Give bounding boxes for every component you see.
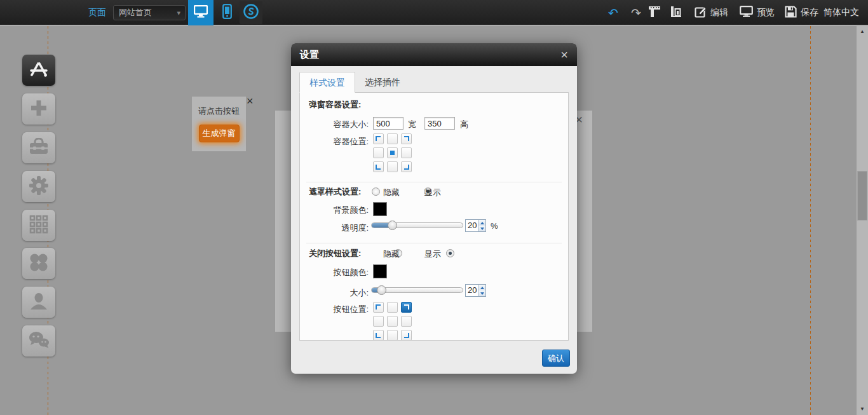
close-section-heading: 关闭按钮设置:	[309, 248, 361, 259]
mobile-view-button[interactable]	[217, 0, 237, 25]
pos-mid-left[interactable]	[373, 316, 384, 327]
sidebar-item-app-grid[interactable]	[22, 210, 55, 241]
mask-section-heading: 遮罩样式设置:	[309, 186, 361, 198]
confirm-button[interactable]: 确认	[542, 350, 570, 367]
modal-close-icon[interactable]: ×	[560, 48, 568, 61]
save-label: 保存	[801, 7, 818, 18]
page-dropdown-value: 网站首页	[119, 8, 152, 17]
page-dropdown[interactable]: 网站首页 ▾	[113, 5, 186, 20]
closebtn-color-swatch[interactable]	[373, 264, 387, 278]
hint-text: 请点击按钮	[192, 105, 246, 117]
stats-button[interactable]	[668, 6, 684, 20]
opacity-value[interactable]: 20	[466, 220, 478, 231]
pos-top-left[interactable]	[373, 302, 384, 313]
wechat-icon	[28, 331, 50, 351]
mask-hide-radio[interactable]	[372, 187, 380, 196]
spinner-down-icon[interactable]	[478, 290, 485, 296]
container-position-label: 容器位置:	[300, 136, 369, 147]
spinner-down-icon[interactable]	[478, 226, 485, 231]
container-width-input[interactable]	[373, 117, 403, 130]
pos-bottom-center[interactable]	[387, 161, 398, 172]
generate-popup-button[interactable]: 生成弹窗	[199, 125, 240, 142]
closebtn-size-slider[interactable]	[371, 287, 463, 293]
pos-center-selected[interactable]	[387, 147, 398, 158]
pos-center[interactable]	[387, 316, 398, 327]
closebtn-show-radio[interactable]	[446, 249, 454, 257]
redo-button[interactable]: ↷	[628, 6, 644, 20]
plus-icon	[30, 99, 48, 119]
container-position-grid	[373, 133, 412, 172]
sidebar-item-toolbox[interactable]	[22, 132, 55, 163]
hint-close-icon[interactable]: ×	[247, 95, 254, 107]
preview-button[interactable]: 预览	[740, 6, 775, 20]
opacity-slider[interactable]	[371, 222, 463, 228]
hint-box: 请点击按钮 生成弹窗	[192, 97, 246, 151]
scroll-down-icon[interactable]: ▼	[857, 405, 868, 414]
pos-bottom-right[interactable]	[401, 330, 412, 341]
ruler-button[interactable]	[647, 6, 662, 20]
preview-label: 预览	[757, 7, 775, 18]
sidebar-item-wechat[interactable]	[22, 325, 55, 357]
sidebar-item-app-design[interactable]	[22, 55, 55, 86]
edit-label: 编辑	[710, 7, 728, 18]
pos-mid-left[interactable]	[373, 147, 384, 158]
scroll-up-icon[interactable]: ▲	[857, 27, 868, 36]
gear-icon	[29, 175, 49, 198]
pos-bottom-left[interactable]	[373, 161, 384, 172]
pos-mid-right[interactable]	[401, 316, 412, 327]
mask-hide-label[interactable]: 隐藏	[383, 187, 400, 198]
mask-show-label[interactable]: 显示	[424, 187, 441, 198]
settings-modal: 设置 × 样式设置 选择插件 弹窗容器设置: 容器大小: 宽 高 容器位置: 遮…	[291, 43, 577, 374]
link-circle-icon	[243, 3, 259, 22]
sidebar-item-add-module[interactable]	[22, 93, 55, 125]
scrollbar-thumb[interactable]	[857, 171, 867, 221]
pos-bottom-center[interactable]	[387, 330, 398, 341]
size-slider-handle[interactable]	[377, 285, 386, 295]
save-floppy-icon	[785, 6, 797, 20]
pos-top-right[interactable]	[401, 133, 412, 144]
toolbox-icon	[29, 138, 49, 158]
pos-bottom-left[interactable]	[373, 330, 384, 341]
modal-content: 弹窗容器设置: 容器大小: 宽 高 容器位置: 遮罩样式设置: 隐藏 显示 背景…	[299, 93, 569, 341]
modal-tabs: 样式设置 选择插件	[299, 72, 569, 93]
tab-choose-plugin[interactable]: 选择插件	[355, 72, 410, 93]
save-button[interactable]: 保存	[785, 6, 818, 20]
top-toolbar: 页面 网站首页 ▾ ↶ ↷ 编辑	[0, 0, 868, 25]
sidebar-item-widgets[interactable]	[22, 248, 55, 279]
closebtn-hide-label[interactable]: 隐藏	[383, 248, 400, 260]
corner-top-left-icon	[376, 136, 381, 141]
corner-bottom-left-icon	[376, 165, 381, 170]
undo-button[interactable]: ↶	[606, 6, 621, 20]
spinner-up-icon[interactable]	[478, 220, 485, 226]
closebtn-position-grid	[373, 302, 412, 341]
mask-bg-color-swatch[interactable]	[373, 202, 387, 216]
container-height-input[interactable]	[424, 117, 455, 130]
pos-top-left[interactable]	[373, 133, 384, 144]
edit-button[interactable]: 编辑	[695, 6, 728, 20]
opacity-spinner-arrows	[478, 220, 485, 231]
sidebar-item-settings[interactable]	[22, 171, 55, 202]
size-spinner-arrows	[478, 285, 485, 296]
ruler-icon	[648, 5, 661, 20]
closebtn-show-label[interactable]: 显示	[424, 248, 441, 260]
size-value[interactable]: 20	[466, 285, 478, 296]
sidebar-item-user[interactable]	[22, 287, 55, 318]
opacity-spinner: 20	[465, 219, 486, 232]
link-mode-button[interactable]	[240, 1, 262, 24]
desktop-view-button[interactable]	[188, 0, 214, 25]
pos-top-center[interactable]	[387, 302, 398, 313]
corner-bottom-right-icon	[404, 333, 409, 338]
pos-top-right-selected[interactable]	[401, 302, 412, 313]
spinner-up-icon[interactable]	[478, 285, 485, 290]
pos-mid-right[interactable]	[401, 147, 412, 158]
pos-top-center[interactable]	[387, 133, 398, 144]
mobile-phone-icon	[222, 4, 232, 22]
pos-bottom-right[interactable]	[401, 161, 412, 172]
page-scrollbar[interactable]: ▲ ▼	[857, 26, 868, 415]
language-switch[interactable]: 简体中文	[824, 7, 859, 18]
preview-monitor-icon	[740, 6, 753, 20]
tab-style-settings[interactable]: 样式设置	[299, 72, 355, 93]
edit-pencil-icon	[695, 6, 707, 20]
opacity-slider-handle[interactable]	[388, 221, 397, 230]
corner-bottom-left-icon	[376, 333, 381, 338]
